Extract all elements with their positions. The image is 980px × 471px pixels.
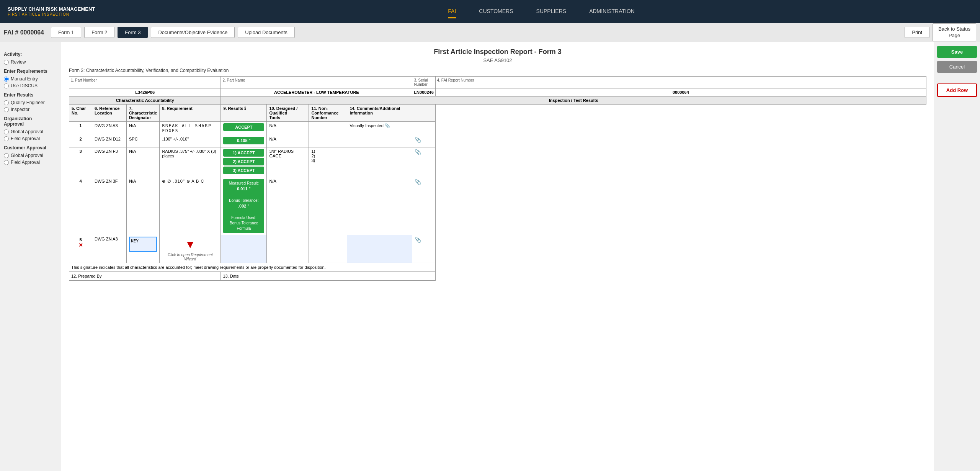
tools-1: N/A	[267, 122, 309, 135]
nav-fai[interactable]: FAI	[448, 5, 456, 18]
nav-administration[interactable]: ADMINISTRATION	[589, 5, 635, 18]
use-discus-label: Use DISCUS	[11, 83, 38, 88]
org-global-label: Global Approval	[11, 129, 43, 134]
main-content: First Article Inspection Report - Form 3…	[61, 42, 934, 471]
wizard-hint[interactable]: Click to open Requirement Wizard	[162, 253, 218, 261]
accept-button-2[interactable]: 0.105 "	[223, 137, 264, 144]
cancel-button[interactable]: Cancel	[937, 61, 977, 73]
delete-icon-5[interactable]: ✕	[72, 242, 90, 248]
inspector-option[interactable]: Inspector	[4, 107, 57, 112]
cust-global-radio[interactable]	[4, 153, 9, 158]
cust-field-radio[interactable]	[4, 160, 9, 165]
accept-button-3a[interactable]: 1) ACCEPT	[223, 149, 264, 157]
cust-field-option[interactable]: Field Approval	[4, 160, 57, 165]
sidebar: Activity: Review Enter Requirements Manu…	[0, 42, 61, 471]
customer-approval-label: Customer Approval	[4, 145, 57, 150]
char-symbol-4: ⊕ ∅ .010" ⊕ A B C	[162, 179, 204, 183]
col-desig-header: 7. CharacteristicDesignator	[127, 105, 160, 122]
char-no-1: 1	[69, 122, 92, 135]
requirement-1: BREAK ALL SHARP EDGES	[160, 122, 221, 135]
manual-entry-radio[interactable]	[4, 77, 9, 82]
section-description: Form 3: Characteristic Accountability, V…	[69, 68, 926, 73]
org-field-option[interactable]: Field Approval	[4, 136, 57, 141]
quality-engineer-option[interactable]: Quality Engineer	[4, 100, 57, 105]
accept-button-3c[interactable]: 3) ACCEPT	[223, 167, 264, 174]
add-row-button[interactable]: Add Row	[937, 83, 977, 97]
nav-links: FAI CUSTOMERS SUPPLIERS ADMINISTRATION	[110, 5, 972, 18]
form-title: First Article Inspection Report - Form 3	[69, 48, 926, 56]
result-5	[221, 235, 267, 263]
quality-engineer-label: Quality Engineer	[11, 100, 45, 105]
nonconf-4	[309, 177, 347, 235]
accept-button-3b[interactable]: 2) ACCEPT	[223, 158, 264, 165]
nonconf-3: 1) 2) 3)	[309, 147, 347, 177]
org-global-option[interactable]: Global Approval	[4, 129, 57, 134]
quality-engineer-radio[interactable]	[4, 100, 9, 105]
org-global-radio[interactable]	[4, 129, 9, 134]
part-name-label: 2. Part Name	[222, 78, 410, 82]
nonconf-2	[309, 135, 347, 147]
clip-icon-5[interactable]: 📎	[415, 237, 421, 243]
inspector-radio[interactable]	[4, 107, 9, 112]
clip-icon-2[interactable]: 📎	[415, 137, 421, 143]
review-radio[interactable]	[4, 60, 9, 65]
manual-entry-option[interactable]: Manual Entry	[4, 76, 57, 82]
breadcrumb-bar: FAI # 0000064 Form 1 Form 2 Form 3 Docum…	[0, 23, 980, 42]
char-desig-input-5[interactable]: KEY	[129, 237, 157, 252]
ref-loc-5: DWG ZN A3	[92, 235, 127, 263]
part-info-values-row: L3426P06 ACCELEROMETER - LOW TEMPERATURE…	[69, 88, 926, 96]
col-results-header: 9. Results ℹ	[221, 105, 267, 122]
comments-1: Visually Inspected 📎	[347, 122, 412, 135]
nav-customers[interactable]: CUSTOMERS	[479, 5, 513, 18]
top-navigation: SUPPLY CHAIN RISK MANAGEMENT FIRST ARTIC…	[0, 0, 980, 23]
part-number-label: 1. Part Number	[71, 78, 219, 82]
nav-suppliers[interactable]: SUPPLIERS	[536, 5, 567, 18]
char-desig-5[interactable]: KEY	[127, 235, 160, 263]
review-option[interactable]: Review	[4, 59, 57, 65]
part-info-header-row: 1. Part Number 2. Part Name 3. Serial Nu…	[69, 77, 926, 88]
nonconf-1	[309, 122, 347, 135]
action-2: 📎	[412, 135, 435, 147]
table-row: 4 DWG ZN 3F N/A ⊕ ∅ .010" ⊕ A B C Measur…	[69, 177, 926, 235]
part-number-value: L3426P06	[135, 90, 155, 95]
tab-documents[interactable]: Documents/Objective Evidence	[151, 27, 235, 38]
accept-button-1[interactable]: ACCEPT	[223, 123, 264, 131]
part-name-value: ACCELEROMETER - LOW TEMPERATURE	[274, 90, 359, 95]
col-char-header: 5. Char No.	[69, 105, 92, 122]
tab-upload[interactable]: Upload Documents	[238, 27, 295, 38]
save-button[interactable]: Save	[937, 46, 977, 58]
back-to-status-button[interactable]: Back to StatusPage	[933, 23, 976, 42]
action-3: 📎	[412, 147, 435, 177]
char-no-5: 5 ✕	[69, 235, 92, 263]
org-field-radio[interactable]	[4, 136, 9, 141]
brand-logo: SUPPLY CHAIN RISK MANAGEMENT FIRST ARTIC…	[8, 6, 95, 17]
use-discus-option[interactable]: Use DISCUS	[4, 83, 57, 88]
form-subtitle: SAE AS9102	[69, 57, 926, 63]
inspector-label: Inspector	[11, 107, 29, 112]
ref-loc-2: DWG ZN D12	[92, 135, 127, 147]
requirement-3: RADIUS .375" +/- .030" X (3) places	[160, 147, 221, 177]
tab-form3[interactable]: Form 3	[118, 27, 148, 38]
footer-note: This signature indicates that all charac…	[71, 265, 326, 270]
right-action-panel: Save Cancel Add Row	[934, 42, 980, 471]
result-3: 1) ACCEPT 2) ACCEPT 3) ACCEPT	[221, 147, 267, 177]
footer-note-row: This signature indicates that all charac…	[69, 263, 926, 271]
tab-form1[interactable]: Form 1	[51, 27, 81, 38]
char-no-2: 2	[69, 135, 92, 147]
group-header-row: Characteristic Accountability Inspection…	[69, 96, 926, 105]
tools-2: N/A	[267, 135, 309, 147]
prepared-by-label: 12. Prepared By	[71, 274, 102, 278]
cust-global-option[interactable]: Global Approval	[4, 153, 57, 158]
ref-loc-1: DWG ZN A3	[92, 122, 127, 135]
manual-entry-label: Manual Entry	[11, 76, 38, 82]
use-discus-radio[interactable]	[4, 83, 9, 88]
clip-icon-4[interactable]: 📎	[415, 179, 421, 185]
column-headers-row: 5. Char No. 6. ReferenceLocation 7. Char…	[69, 105, 926, 122]
clip-icon-3[interactable]: 📎	[415, 149, 421, 155]
ref-loc-4: DWG ZN 3F	[92, 177, 127, 235]
date-label: 13. Date	[223, 274, 239, 278]
print-button[interactable]: Print	[905, 27, 929, 38]
tab-form2[interactable]: Form 2	[84, 27, 114, 38]
red-arrow-icon: ▼	[162, 239, 218, 251]
char-desig-3: N/A	[127, 147, 160, 177]
